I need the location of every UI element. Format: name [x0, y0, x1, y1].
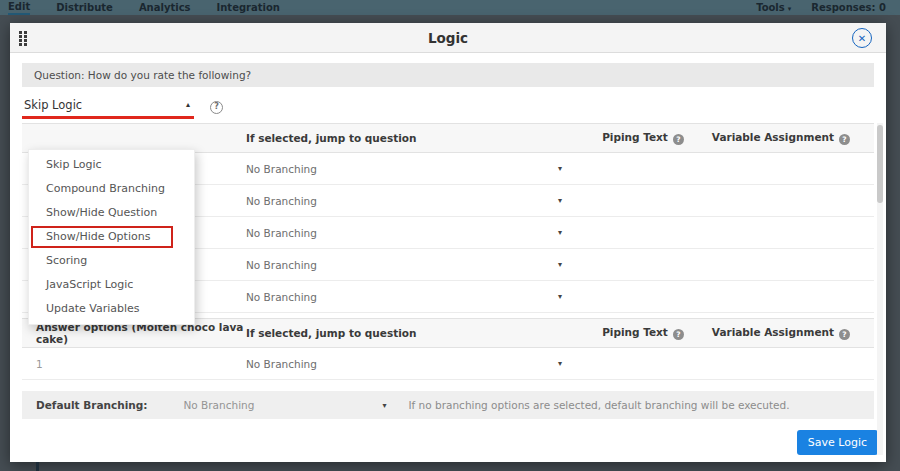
logic-type-row: Skip Logic ▴ ? — [22, 91, 874, 123]
background-page-edge — [36, 462, 39, 471]
chevron-down-icon: ▾ — [558, 228, 562, 237]
header-piping: Piping Text? — [578, 326, 708, 340]
help-icon[interactable]: ? — [673, 134, 684, 145]
default-branching-select[interactable]: No Branching ▾ — [183, 399, 386, 411]
tools-label: Tools — [756, 2, 785, 13]
jump-select[interactable]: No Branching▾ — [246, 195, 566, 207]
help-icon[interactable]: ? — [210, 101, 223, 114]
menu-item-show-hide-options[interactable]: Show/Hide Options — [29, 225, 194, 249]
piping-label: Piping Text — [602, 326, 668, 338]
default-branching-note: If no branching options are selected, de… — [408, 399, 789, 411]
nav-tab-analytics[interactable]: Analytics — [139, 1, 191, 14]
header-jump: If selected, jump to question — [246, 132, 578, 144]
modal-content: Question: How do you rate the following?… — [10, 53, 886, 419]
question-label: Question: How do you rate the following? — [22, 63, 874, 87]
default-branching-bar: Default Branching: No Branching ▾ If no … — [22, 391, 874, 419]
jump-select-value: No Branching — [246, 227, 317, 239]
modal-title: Logic — [10, 30, 886, 46]
close-icon[interactable]: ✕ — [852, 28, 872, 48]
default-branching-value: No Branching — [183, 399, 254, 411]
default-branching-label: Default Branching: — [36, 399, 147, 411]
menu-item-skip-logic[interactable]: Skip Logic — [29, 153, 194, 177]
variable-label: Variable Assignment — [712, 131, 834, 143]
logic-type-select[interactable]: Skip Logic ▴ — [22, 95, 194, 119]
logic-type-value: Skip Logic — [24, 98, 82, 112]
variable-label: Variable Assignment — [712, 326, 834, 338]
chevron-down-icon: ▾ — [558, 359, 562, 368]
scrollbar-track[interactable] — [877, 123, 883, 455]
scrollbar-thumb[interactable] — [877, 125, 883, 203]
jump-select-value: No Branching — [246, 163, 317, 175]
nav-tab-edit[interactable]: Edit — [8, 0, 30, 15]
logic-type-menu: Skip Logic Compound Branching Show/Hide … — [28, 149, 195, 325]
menu-item-javascript-logic[interactable]: JavaScript Logic — [29, 273, 194, 297]
header-jump: If selected, jump to question — [246, 327, 578, 339]
header-variable: Variable Assignment? — [708, 326, 874, 340]
nav-tab-integration[interactable]: Integration — [217, 1, 280, 14]
chevron-down-icon: ▾ — [382, 401, 386, 410]
table-row: 1 No Branching▾ — [22, 348, 874, 380]
help-icon[interactable]: ? — [839, 134, 850, 145]
chevron-down-icon: ▾ — [558, 260, 562, 269]
header-piping: Piping Text? — [578, 131, 708, 145]
chevron-down-icon: ▾ — [558, 196, 562, 205]
menu-item-compound-branching[interactable]: Compound Branching — [29, 177, 194, 201]
tools-menu[interactable]: Tools▾ — [756, 1, 791, 14]
modal-header: Logic ✕ — [10, 23, 886, 53]
nav-tab-distribute[interactable]: Distribute — [56, 1, 113, 14]
logic-modal: Logic ✕ Question: How do you rate the fo… — [10, 23, 886, 462]
piping-label: Piping Text — [602, 131, 668, 143]
top-navbar: Edit Distribute Analytics Integration To… — [0, 0, 900, 15]
menu-item-show-hide-question[interactable]: Show/Hide Question — [29, 201, 194, 225]
help-icon[interactable]: ? — [839, 329, 850, 340]
save-logic-button[interactable]: Save Logic — [797, 430, 878, 455]
jump-select-value: No Branching — [246, 358, 317, 370]
chevron-up-icon: ▴ — [186, 100, 190, 109]
chevron-down-icon: ▾ — [558, 292, 562, 301]
jump-select[interactable]: No Branching▾ — [246, 259, 566, 271]
header-variable: Variable Assignment? — [708, 131, 874, 145]
chevron-down-icon: ▾ — [788, 5, 792, 13]
menu-item-scoring[interactable]: Scoring — [29, 249, 194, 273]
jump-select[interactable]: No Branching▾ — [246, 227, 566, 239]
jump-select[interactable]: No Branching▾ — [246, 163, 566, 175]
jump-select[interactable]: No Branching▾ — [246, 358, 566, 370]
chevron-down-icon: ▾ — [558, 164, 562, 173]
jump-select[interactable]: No Branching▾ — [246, 291, 566, 303]
jump-select-value: No Branching — [246, 291, 317, 303]
jump-select-value: No Branching — [246, 195, 317, 207]
help-icon[interactable]: ? — [673, 329, 684, 340]
jump-select-value: No Branching — [246, 259, 317, 271]
branching-table-2: Answer options (Molten choco lava cake) … — [22, 318, 874, 380]
option-number: 1 — [36, 358, 246, 370]
menu-item-update-variables[interactable]: Update Variables — [29, 297, 194, 321]
responses-count: Responses: 0 — [811, 2, 886, 13]
